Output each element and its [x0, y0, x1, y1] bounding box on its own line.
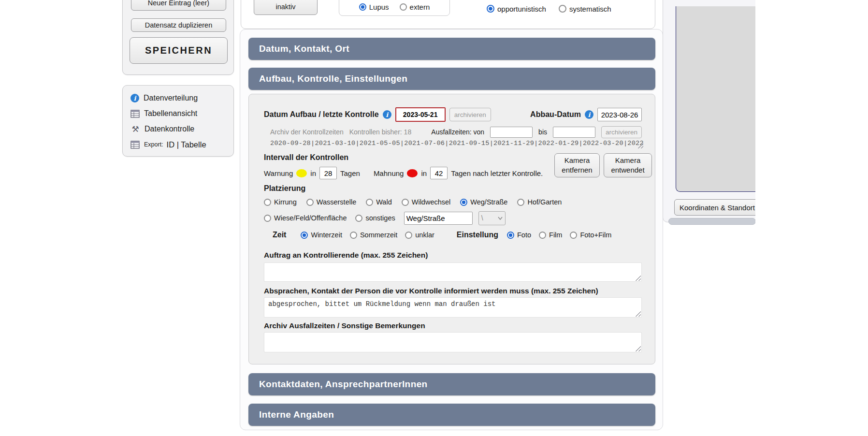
- kamera-entwendet-button[interactable]: Kamera entwendet: [604, 153, 652, 177]
- date-row: Datum Aufbau / letzte Kontrolle i archiv…: [264, 107, 642, 122]
- radio-sommerzeit[interactable]: Sommerzeit: [350, 231, 397, 239]
- archive-date-button[interactable]: archivieren: [449, 108, 491, 121]
- menu-item-datenverteilung[interactable]: i Datenverteilung: [123, 90, 233, 106]
- radio-hof-garten[interactable]: Hof/Garten: [517, 198, 562, 206]
- radio-film[interactable]: Film: [539, 231, 562, 239]
- radio-label: Film: [549, 231, 562, 239]
- status-fieldset: inaktiv Lupus extern opportunistisch sys…: [241, 0, 655, 29]
- radio-icon: [460, 199, 467, 206]
- aufbau-date-label: Datum Aufbau / letzte Kontrolle: [264, 110, 379, 119]
- interval-row: Warnung in Tagen Mahnung in Tagen nach l…: [264, 166, 543, 180]
- radio-wildwechsel[interactable]: Wildwechsel: [402, 198, 451, 206]
- aufbau-date-input[interactable]: [395, 107, 446, 122]
- radio-wald[interactable]: Wald: [366, 198, 392, 206]
- radio-label: Wald: [376, 198, 392, 206]
- button-label-line: entwendet: [611, 165, 644, 175]
- radio-extern[interactable]: extern: [400, 3, 430, 11]
- export-prefix: Export:: [144, 141, 163, 148]
- auftrag-textarea[interactable]: [264, 262, 642, 282]
- new-entry-button[interactable]: Neuer Eintrag (leer): [131, 0, 226, 11]
- platzierung-row1: Kirrung Wasserstelle Wald Wildwechsel We…: [264, 197, 562, 207]
- info-icon[interactable]: i: [383, 110, 391, 119]
- radio-unklar[interactable]: unklar: [405, 231, 434, 239]
- section-header-kontaktdaten[interactable]: Kontaktdaten, AnsprechpartnerInnen: [248, 373, 655, 395]
- radio-opportunistisch[interactable]: opportunistisch: [487, 5, 546, 13]
- warnung-days-input[interactable]: [319, 167, 337, 179]
- radio-label: Winterzeit: [311, 231, 342, 239]
- button-label-line: entfernen: [562, 165, 592, 175]
- right-side-panel: Koordinaten & Standort: [663, 0, 762, 222]
- inaktiv-label: inaktiv: [275, 3, 295, 11]
- ausfallzeiten-von-label: Ausfallzeiten: von: [431, 128, 484, 136]
- radio-icon: [366, 199, 373, 206]
- radio-weg-strasse[interactable]: Weg/Straße: [460, 198, 507, 206]
- table-icon: [130, 141, 140, 149]
- mahnung-days-input[interactable]: [430, 167, 448, 179]
- absprachen-textarea-wrap: [264, 297, 642, 318]
- section-header-datum[interactable]: Datum, Kontakt, Ort: [248, 38, 655, 60]
- in-label: in: [421, 169, 427, 177]
- radio-systematisch[interactable]: systematisch: [559, 5, 611, 13]
- radio-icon: [264, 215, 271, 222]
- downtime-row: Archiv der Kontrollzeiten Kontrollen bis…: [270, 126, 642, 138]
- radio-foto-film[interactable]: Foto+Film: [570, 231, 611, 239]
- info-icon[interactable]: i: [585, 110, 593, 119]
- kamera-entfernen-button[interactable]: Kamera entfernen: [554, 153, 600, 177]
- radio-icon: [559, 5, 566, 13]
- aufbau-panel: Datum Aufbau / letzte Kontrolle i archiv…: [248, 94, 655, 364]
- radio-wasserstelle[interactable]: Wasserstelle: [306, 198, 356, 206]
- collapsed-panel-edge: [668, 218, 756, 225]
- radio-label: Sommerzeit: [360, 231, 397, 239]
- radio-winterzeit[interactable]: Winterzeit: [301, 231, 342, 239]
- einstellung-label: Einstellung: [457, 231, 498, 239]
- menu-item-tabellenansicht[interactable]: Tabellenansicht: [123, 106, 233, 121]
- absprachen-textarea[interactable]: [264, 297, 642, 318]
- archiv-bemerkungen-textarea[interactable]: [264, 332, 642, 352]
- warnung-label: Warnung: [264, 169, 293, 177]
- radio-lupus[interactable]: Lupus: [359, 3, 389, 11]
- menu-item-datenkontrolle[interactable]: ⚒ Datenkontrolle: [123, 121, 233, 137]
- overdue-dot-icon: [407, 169, 418, 177]
- auftrag-label: Auftrag an Kontrollierende (max. 255 Zei…: [264, 251, 428, 260]
- platzierung-row2: Wiese/Feld/Offenfläche sonstiges \: [264, 211, 506, 225]
- inaktiv-button[interactable]: inaktiv: [254, 0, 318, 15]
- map-placeholder: [676, 6, 757, 192]
- archive-downtime-label: archivieren: [606, 129, 637, 136]
- duplicate-record-button[interactable]: Datensatz duplizieren: [131, 18, 226, 32]
- abbau-date-input[interactable]: [597, 108, 642, 121]
- export-targets[interactable]: ID | Tabelle: [167, 140, 206, 149]
- radio-kirrung[interactable]: Kirrung: [264, 198, 297, 206]
- radio-label: Foto+Film: [580, 231, 611, 239]
- menu-item-export[interactable]: Export: ID | Tabelle: [123, 137, 233, 152]
- app-canvas: Neuer Eintrag (leer) Datensatz duplizier…: [0, 0, 868, 436]
- save-label: SPEICHERN: [145, 45, 212, 56]
- ausfall-von-input[interactable]: [490, 127, 533, 138]
- radio-icon: [355, 215, 362, 222]
- archive-downtime-button[interactable]: archivieren: [601, 126, 642, 138]
- section-header-aufbau[interactable]: Aufbau, Kontrolle, Einstellungen: [248, 68, 655, 90]
- radio-label: Wiese/Feld/Offenfläche: [274, 214, 347, 222]
- ausfall-bis-input[interactable]: [553, 127, 595, 138]
- save-button[interactable]: SPEICHERN: [130, 37, 228, 64]
- section-header-label: Kontaktdaten, AnsprechpartnerInnen: [259, 379, 428, 389]
- radio-icon: [539, 232, 546, 239]
- radio-sonstiges[interactable]: sonstiges: [355, 214, 395, 222]
- tagen-nach-label: Tagen nach letzter Kontrolle.: [451, 169, 543, 177]
- kontrollen-bisher-label: Kontrollen bisher: 18: [349, 128, 411, 136]
- archiv-kontrollzeiten-link[interactable]: Archiv der Kontrollzeiten: [270, 128, 344, 136]
- zeit-einstellung-row: Zeit Winterzeit Sommerzeit unklar Einste…: [273, 230, 611, 240]
- radio-foto[interactable]: Foto: [507, 231, 531, 239]
- archive-date-label: archivieren: [454, 111, 486, 118]
- radio-icon: [359, 3, 366, 11]
- radio-label: Weg/Straße: [470, 198, 507, 206]
- abbau-date-label: Abbau-Datum: [530, 110, 581, 119]
- sonstiges-input[interactable]: [404, 212, 473, 225]
- radio-label: extern: [410, 3, 430, 11]
- koordinaten-standort-button[interactable]: Koordinaten & Standort: [674, 199, 762, 216]
- in-label: in: [310, 169, 316, 177]
- section-header-interne-angaben[interactable]: Interne Angaben: [248, 404, 655, 426]
- radio-wiese-feld[interactable]: Wiese/Feld/Offenfläche: [264, 214, 347, 222]
- menu-label: Tabellenansicht: [144, 109, 197, 118]
- platzierung-select[interactable]: \: [478, 211, 506, 225]
- tools-icon: ⚒: [130, 124, 140, 134]
